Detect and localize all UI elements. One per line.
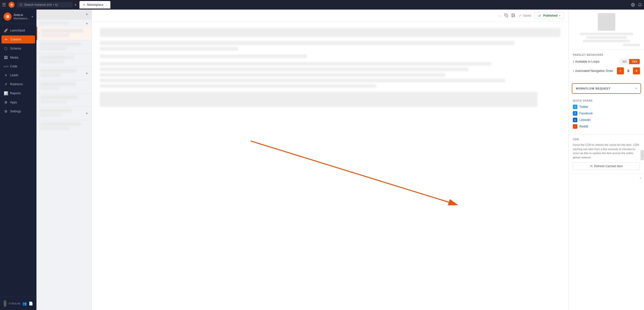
svg-point-0: [10, 3, 13, 6]
sidebar-user-actions: 👥 📄: [22, 301, 33, 305]
brand-chevron-icon: ▾: [32, 15, 33, 18]
svg-point-1: [20, 4, 22, 6]
editor-toolbar: ··· Saved Published ▾: [92, 10, 569, 22]
sidebar-user: #748dcafb 👥 📄: [4, 300, 33, 307]
refresh-icon: ↻: [590, 164, 593, 168]
loops-no-button[interactable]: NO: [620, 59, 629, 64]
editor-title-blurred: [100, 28, 561, 37]
reddit-label: Reddit: [579, 125, 588, 128]
quick-share-label: QUICK SHARE: [573, 99, 640, 102]
more-options-button[interactable]: ···: [498, 14, 501, 18]
settings-icon: ⚙: [4, 109, 8, 113]
bell-icon[interactable]: [638, 3, 642, 7]
launchpad-icon: 🚀: [4, 28, 8, 32]
nav-order-row: ℹ Automated Navigation Order − 0 +: [573, 67, 640, 74]
svg-rect-6: [506, 15, 508, 17]
user-group-icon[interactable]: 👥: [22, 301, 27, 305]
tab-list-icon[interactable]: ≡: [74, 3, 76, 7]
loops-toggle-group: NO YES: [620, 59, 640, 64]
sidebar-item-code[interactable]: </> Code: [0, 62, 36, 71]
facebook-label: Facebook: [579, 112, 593, 115]
sidebar-item-settings[interactable]: ⚙ Settings: [0, 107, 36, 116]
apps-icon: ⚙: [4, 100, 8, 104]
sidebar-item-schema[interactable]: ⬡ Schema: [0, 44, 36, 53]
linkedin-share-link[interactable]: in Linkedin: [573, 118, 640, 122]
content-item-3[interactable]: +: [36, 67, 92, 80]
nav-order-controls: − 0 +: [617, 67, 640, 74]
content-item-2[interactable]: [36, 54, 92, 67]
linkedin-label: Linkedin: [579, 118, 591, 122]
schema-label: Schema: [10, 47, 21, 50]
available-in-loops-label: ℹ Available in Loops: [573, 60, 599, 64]
reports-icon: 📊: [4, 91, 8, 95]
globe-icon[interactable]: [631, 3, 635, 7]
main-layout: Zesty.io Marketplace... ▾ 🚀 Launchpad ✏ …: [0, 10, 644, 310]
tab-close-icon[interactable]: ×: [106, 4, 107, 6]
brand-text: Zesty.io Marketplace...: [14, 13, 29, 20]
quick-share-section: QUICK SHARE t Twitter f Facebook in Link…: [569, 96, 644, 134]
sidebar-item-content[interactable]: ✏ Content: [2, 35, 35, 43]
content-item-4[interactable]: [36, 80, 92, 94]
content-icon: ✏: [4, 37, 9, 41]
schema-icon: ⬡: [4, 47, 8, 51]
refresh-cached-item-button[interactable]: ↻ Refresh Cached Item: [573, 162, 640, 170]
nav-order-minus-button[interactable]: −: [617, 67, 624, 74]
marketplace-tab[interactable]: ✏ Marketplace ×: [79, 1, 110, 9]
sidebar-item-leads[interactable]: ≡ Leads: [0, 71, 36, 80]
info-icon-loops: ℹ: [573, 60, 574, 64]
tab-bar-right: [631, 3, 642, 7]
content-item-5[interactable]: [36, 94, 92, 107]
info-icon-nav: ℹ: [573, 69, 574, 73]
sidebar-nav: 🚀 Launchpad ✏ Content ⬡ Schema 🖼 Media <…: [0, 24, 36, 297]
rp-bottom-nav: ›: [569, 173, 644, 182]
sidebar-item-redirects[interactable]: ↗ Redirects: [0, 80, 36, 89]
svg-point-8: [512, 14, 513, 15]
section-add-icon-2[interactable]: +: [86, 71, 88, 76]
twitter-share-link[interactable]: t Twitter: [573, 105, 640, 109]
content-item-1[interactable]: [36, 40, 92, 54]
parsley-behaviors-section: PARSLEY BEHAVIORS ℹ Available in Loops N…: [569, 50, 644, 81]
cdn-section: CDN Force the CDN to refresh the cache f…: [569, 134, 644, 173]
content-panel-add-icon[interactable]: +: [86, 12, 88, 17]
published-chevron-icon: ▾: [559, 14, 560, 17]
search-bar[interactable]: Search Instance (ctrl + k): [17, 2, 72, 8]
sidebar-brand[interactable]: Zesty.io Marketplace... ▾: [0, 10, 36, 24]
user-avatar: [4, 300, 7, 307]
sidebar-item-apps[interactable]: ⚙ Apps: [0, 98, 36, 107]
published-badge[interactable]: Published ▾: [534, 12, 564, 19]
image-button[interactable]: [511, 13, 515, 18]
svg-point-5: [6, 15, 10, 19]
sidebar: Zesty.io Marketplace... ▾ 🚀 Launchpad ✏ …: [0, 10, 36, 310]
editor-body[interactable]: [92, 22, 569, 310]
sidebar-item-reports[interactable]: 📊 Reports: [0, 89, 36, 98]
facebook-icon: f: [573, 111, 577, 116]
facebook-share-link[interactable]: f Facebook: [573, 111, 640, 116]
rp-bottom-chevron-icon[interactable]: ›: [640, 176, 641, 180]
sidebar-item-media[interactable]: 🖼 Media: [0, 53, 36, 62]
nav-order-plus-button[interactable]: +: [633, 67, 640, 74]
content-item-selected[interactable]: [36, 27, 92, 40]
workflow-request-label: WORKFLOW REQUEST: [576, 87, 611, 90]
copy-button[interactable]: [504, 13, 508, 18]
editor-wrapper: ··· Saved Published ▾: [92, 10, 569, 310]
search-placeholder: Search Instance (ctrl + k): [24, 3, 58, 7]
workflow-request-header[interactable]: WORKFLOW REQUEST ▾: [572, 84, 640, 93]
section-add-icon[interactable]: +: [86, 21, 88, 26]
section-add-icon-3[interactable]: +: [86, 111, 88, 116]
reddit-share-link[interactable]: r Reddit: [573, 124, 640, 129]
saved-badge: Saved: [518, 14, 531, 17]
content-item-6[interactable]: +: [36, 107, 92, 120]
content-section-header: +: [36, 19, 92, 27]
media-icon: 🖼: [4, 56, 8, 60]
rp-avatar-section: [569, 10, 644, 50]
sidebar-item-launchpad[interactable]: 🚀 Launchpad: [0, 26, 36, 35]
hamburger-icon[interactable]: ☰: [2, 2, 6, 8]
zesty-logo: [9, 2, 15, 8]
loops-yes-button[interactable]: YES: [629, 59, 640, 64]
cdn-label: CDN: [573, 138, 640, 141]
launchpad-label: Launchpad: [10, 29, 25, 32]
user-page-icon[interactable]: 📄: [29, 301, 33, 305]
twitter-label: Twitter: [579, 105, 588, 109]
rp-item-avatar: [598, 13, 615, 31]
content-item-7[interactable]: [36, 120, 92, 133]
